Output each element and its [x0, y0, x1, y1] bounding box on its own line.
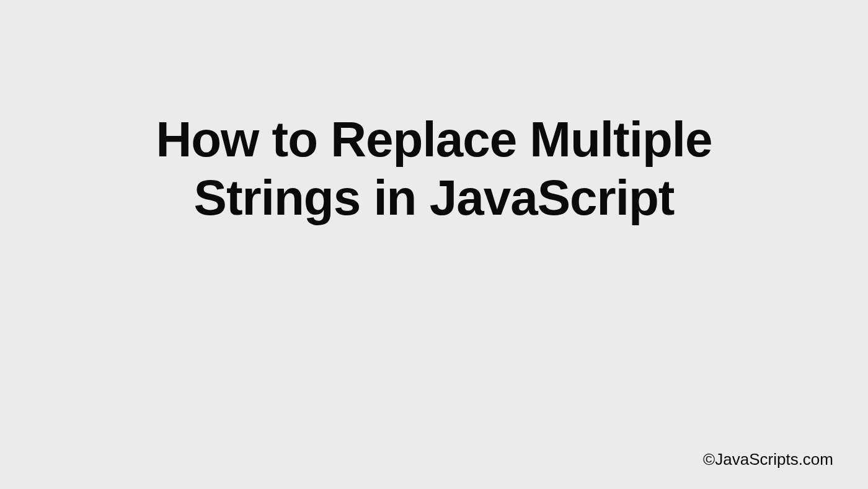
copyright-footer: ©JavaScripts.com: [703, 450, 833, 469]
page-title: How to Replace Multiple Strings in JavaS…: [93, 110, 775, 228]
